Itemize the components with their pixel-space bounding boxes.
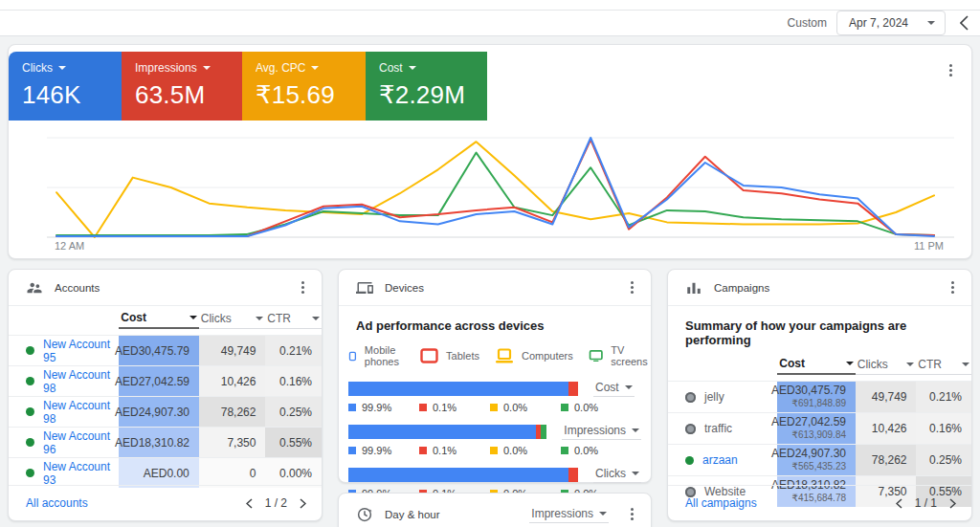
device-percent-chip: 0.0% [490, 445, 561, 456]
cost-cell: AED18,310.82 [119, 428, 199, 457]
device-percent-value: 99.9% [362, 445, 391, 456]
bar-segment [541, 425, 546, 439]
bar-segment [568, 468, 578, 482]
metric-label: Clicks [595, 467, 626, 480]
account-link[interactable]: New Account 96 [43, 429, 119, 456]
overview-page: Custom Apr 7, 2024 Clicks 146K Impressio… [0, 0, 980, 527]
line-chart-canvas [9, 125, 973, 242]
scorecard-clicks[interactable]: Clicks 146K [9, 52, 122, 121]
devices-card-title: Devices [385, 282, 624, 294]
all-accounts-link[interactable]: All accounts [26, 496, 88, 510]
day-hour-metric-dropdown[interactable]: Impressions [529, 507, 609, 523]
account-row: New Account 98 AED27,042.59 10,426 0.16% [9, 365, 322, 396]
device-percent-chip: 0.0% [561, 445, 632, 456]
devices-icon [356, 279, 373, 296]
chevron-down-icon [632, 472, 639, 475]
prev-page-button[interactable] [892, 495, 907, 511]
bar-metric-dropdown-cost[interactable]: Cost [593, 381, 635, 397]
accounts-people-icon [26, 279, 43, 296]
bar-metric-dropdown-clicks[interactable]: Clicks [593, 467, 641, 483]
scorecard-clicks-label: Clicks [22, 61, 53, 75]
chevron-down-icon [927, 21, 935, 25]
scorecard-clicks-value: 146K [22, 80, 108, 110]
legend-mobile: Mobile phones [348, 344, 405, 367]
legend-square-icon [419, 404, 427, 411]
metric-label: Impressions [564, 424, 626, 437]
ctr-cell: 0.55% [265, 428, 322, 457]
campaigns-card: Campaigns Summary of how your campaigns … [667, 269, 972, 521]
campaigns-subtitle: Summary of how your campaigns are perfor… [668, 306, 971, 347]
chevron-down-icon [311, 66, 319, 70]
account-link[interactable]: New Account 95 [43, 338, 119, 364]
chevron-down-icon [312, 317, 320, 320]
collapse-panel-button[interactable] [955, 12, 972, 33]
stacked-bar-cost [348, 382, 578, 396]
status-enabled-icon [685, 456, 694, 465]
col-label-ctr: CTR [267, 312, 291, 325]
day-hour-title: Day & hour [385, 509, 529, 520]
cost-secondary: ₹613,909.84 [792, 429, 846, 442]
campaign-link[interactable]: arzaan [702, 453, 738, 467]
accounts-sort-cost[interactable]: Cost [119, 311, 198, 329]
device-percent-value: 0.0% [503, 445, 527, 456]
next-page-button[interactable] [295, 495, 310, 511]
device-percent-value: 0.0% [574, 445, 598, 456]
campaigns-sort-ctr[interactable]: CTR [916, 358, 971, 375]
kebab-menu-icon[interactable] [624, 279, 639, 296]
legend-label: Mobile phones [365, 344, 405, 367]
clicks-cell: 78,262 [856, 445, 916, 475]
toolbar: Custom Apr 7, 2024 [0, 0, 980, 36]
chevron-down-icon [962, 362, 969, 366]
campaigns-sort-cost[interactable]: Cost [777, 357, 855, 375]
device-percent-chip: 0.0% [561, 402, 632, 413]
account-link[interactable]: New Account 98 [43, 399, 119, 426]
kebab-menu-icon[interactable] [295, 279, 310, 296]
cost-secondary: ₹691,848.89 [792, 398, 846, 410]
campaign-row: arzaan AED24,907.30₹565,435.23 78,262 0.… [668, 444, 971, 475]
date-picker-button[interactable]: Apr 7, 2024 [836, 11, 946, 35]
cost-cell: AED0.00 [119, 458, 198, 488]
day-hour-card: Day & hour Impressions [338, 493, 652, 527]
scorecard-cost-label: Cost [379, 61, 403, 75]
account-link[interactable]: New Account 98 [43, 368, 119, 395]
stacked-bar-impressions [348, 425, 546, 439]
accounts-sort-ctr[interactable]: CTR [265, 312, 322, 329]
device-percent-chip: 99.9% [348, 402, 419, 413]
scorecard-cost[interactable]: Cost ₹2.29M [366, 52, 487, 121]
devices-legend: Mobile phones Tablets Computers TV scree… [339, 333, 651, 367]
kebab-menu-icon[interactable] [945, 279, 960, 296]
clicks-cell: 49,749 [199, 336, 265, 365]
kebab-menu-icon[interactable] [624, 506, 639, 523]
prev-page-button[interactable] [242, 495, 257, 511]
all-campaigns-link[interactable]: All campaigns [685, 496, 757, 510]
campaign-row: jelly AED30,475.79₹691,848.89 49,749 0.2… [668, 381, 971, 412]
campaign-name[interactable]: traffic [704, 422, 732, 435]
device-percent-value: 0.1% [433, 445, 457, 456]
col-label-clicks: Clicks [858, 358, 888, 371]
device-percent-chip: 0.0% [490, 402, 561, 413]
mobile-phone-icon [348, 348, 357, 364]
chevron-down-icon [189, 316, 197, 319]
accounts-card-title: Accounts [55, 282, 295, 294]
scorecard-row: Clicks 146K Impressions 63.5M Avg. CPC ₹… [9, 52, 487, 121]
legend-computers: Computers [495, 348, 573, 363]
chevron-down-icon [632, 428, 639, 432]
cost-secondary: ₹565,435.23 [792, 461, 846, 473]
ctr-cell: 0.25% [265, 397, 322, 427]
campaign-name[interactable]: jelly [704, 390, 724, 404]
status-enabled-icon [26, 469, 34, 477]
cost-cell: AED30,475.79 [119, 336, 199, 365]
bar-metric-dropdown-impressions[interactable]: Impressions [562, 424, 641, 440]
scorecard-avg-cpc[interactable]: Avg. CPC ₹15.69 [242, 52, 366, 121]
scorecard-impressions-label: Impressions [135, 61, 197, 75]
cost-cell: AED24,907.30 [771, 447, 846, 461]
clicks-cell: 49,749 [856, 382, 916, 412]
campaigns-sort-clicks[interactable]: Clicks [856, 358, 917, 375]
scorecard-impressions[interactable]: Impressions 63.5M [122, 52, 242, 121]
status-enabled-icon [26, 407, 34, 416]
accounts-sort-clicks[interactable]: Clicks [199, 312, 266, 329]
clock-icon [356, 506, 373, 523]
account-link[interactable]: New Account 93 [43, 460, 119, 487]
next-page-button[interactable] [945, 495, 960, 511]
kebab-menu-icon[interactable] [943, 62, 958, 79]
